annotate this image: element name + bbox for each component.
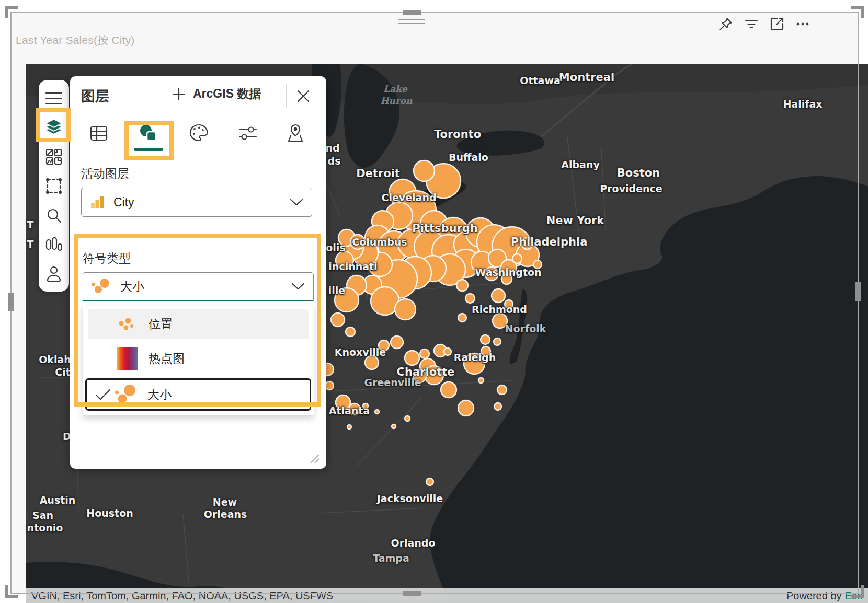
map-city-label: Boston [617,167,660,179]
city-data-bubble[interactable] [405,351,419,365]
symbol-type-section: 符号类型 大小 位置 [83,243,314,415]
map-city-label: olis [326,242,345,253]
city-data-bubble[interactable] [494,338,501,345]
resize-handle-left[interactable] [8,293,14,311]
menu-button[interactable] [42,87,65,109]
header-divider [286,84,287,108]
city-data-bubble[interactable] [494,403,501,410]
tab-style[interactable] [184,119,213,148]
map-city-label: Tampa [373,552,409,564]
selection-button[interactable] [42,175,65,197]
panel-header: 图层 ArcGIS 数据 [70,76,326,114]
city-data-bubble[interactable] [325,381,334,390]
symbol-type-select[interactable]: 大小 [83,272,314,302]
city-data-bubble[interactable] [420,349,429,358]
map-tools-toolbar [39,80,69,292]
city-data-bubble[interactable] [331,313,345,327]
map-visual: Last Year Sales(按 City) [12,13,858,593]
symbol-type-label: 符号类型 [83,250,314,266]
account-button[interactable] [42,262,65,285]
size-bubbles-icon [114,384,138,405]
city-data-bubble[interactable] [492,289,505,303]
city-data-bubble[interactable] [347,425,351,429]
map-city-label: Jacksonville [377,493,443,504]
city-data-bubble[interactable] [481,335,490,344]
city-data-bubble[interactable] [465,294,475,303]
visual-title: Last Year Sales(按 City) [16,33,135,48]
city-data-bubble[interactable] [458,314,466,322]
city-data-bubble[interactable] [426,478,433,485]
layers-button[interactable] [42,116,65,138]
map-city-label: ille [328,285,345,296]
panel-resize-handle[interactable] [309,453,321,464]
filter-icon[interactable] [744,16,759,32]
map-city-label: Pittsburgh [412,222,478,235]
option-label: 热点图 [149,351,185,367]
map-city-label: Huron [380,96,412,106]
city-data-bubble[interactable] [414,160,435,181]
visual-header-icons [718,16,810,32]
city-data-bubble[interactable] [391,336,403,349]
resize-handle-right[interactable] [855,282,861,301]
more-options-icon[interactable] [795,16,810,32]
city-data-bubble[interactable] [478,378,484,383]
resize-corner-top-left[interactable] [5,6,18,18]
city-data-bubble[interactable] [346,327,355,337]
map-city-label: incinnati [328,261,377,272]
layers-panel: 图层 ArcGIS 数据 [70,76,326,469]
map-attribution-bar: VGIN, Esri, TomTom, Garmin, FAO, NOAA, U… [26,588,868,603]
add-data-label: ArcGIS 数据 [193,86,261,102]
map-city-label: T [27,238,34,250]
city-data-bubble[interactable] [392,424,396,428]
city-data-bubble[interactable] [497,385,507,395]
city-data-bubble[interactable] [405,416,410,421]
infographics-button[interactable] [42,233,65,256]
city-data-bubble[interactable] [512,254,522,263]
city-data-bubble[interactable] [395,299,416,320]
option-location[interactable]: 位置 [88,309,309,339]
powerbi-report-canvas: Last Year Sales(按 City) [0,0,868,603]
map-city-label: Knoxville [335,346,386,358]
city-data-bubble[interactable] [375,410,379,414]
resize-handle-top[interactable] [403,10,421,15]
visual-drag-grip[interactable] [398,19,425,25]
map-city-label: ntonio [27,522,63,534]
map-city-label: Detroit [356,167,400,180]
attribution-sources: VGIN, Esri, TomTom, Garmin, FAO, NOAA, U… [31,590,333,602]
tab-fields-table[interactable] [84,119,113,148]
tab-pin-location[interactable] [281,119,310,148]
map-city-label: Cleveland [381,192,436,203]
resize-corner-bottom-left[interactable] [5,585,18,598]
city-data-bubble[interactable] [444,348,451,355]
map-city-label: Oklah [39,354,71,365]
map-city-label: Orlando [391,537,435,549]
focus-mode-icon[interactable] [769,16,785,32]
city-data-bubble[interactable] [456,280,468,291]
map-city-label: New [213,496,237,508]
map-city-label: nd [325,142,339,154]
resize-corner-bottom-right[interactable] [851,585,864,598]
tab-symbols[interactable] [134,119,163,148]
tab-settings[interactable] [233,119,262,148]
active-layer-select[interactable]: City [81,188,312,217]
add-arcgis-data-button[interactable]: ArcGIS 数据 [172,86,261,102]
chevron-down-icon [291,283,305,290]
map-city-label: Cit [55,366,71,378]
map-city-label: New York [546,214,604,227]
map-city-label: Atlanta [329,405,370,416]
resize-handle-bottom[interactable] [403,591,421,596]
plus-icon [172,87,186,101]
basemap-button[interactable] [42,145,65,168]
map-city-label: Greenville [364,377,421,388]
panel-tabs [70,114,326,158]
close-icon[interactable] [294,87,313,106]
option-label: 位置 [149,316,173,332]
search-icon[interactable] [42,204,65,226]
option-heatmap[interactable]: 热点图 [88,344,309,374]
resize-corner-top-right[interactable] [851,6,864,18]
map-city-label: San [32,509,53,521]
pin-icon[interactable] [718,16,734,32]
option-size[interactable]: 大小 [85,378,311,411]
city-data-bubble[interactable] [458,400,474,416]
city-data-bubble[interactable] [441,382,456,398]
